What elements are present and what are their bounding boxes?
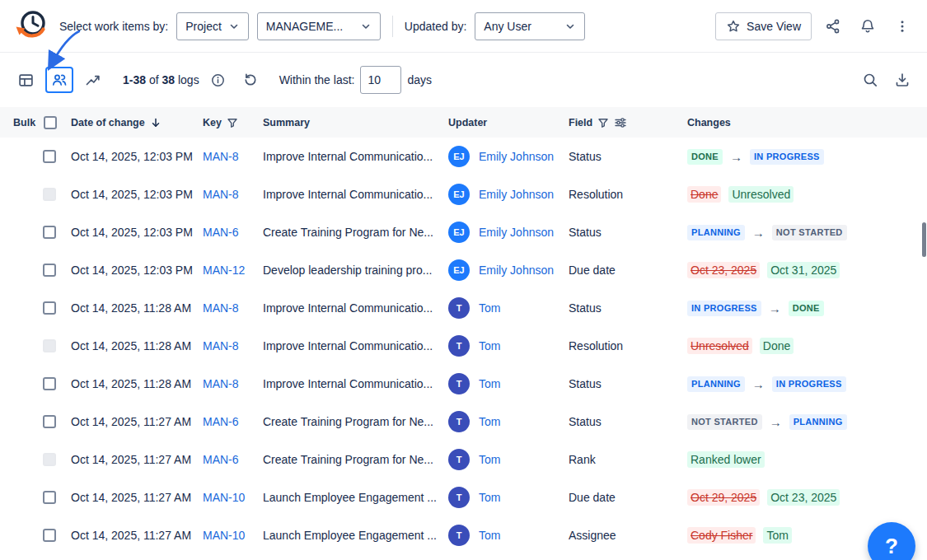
row-field: Resolution <box>569 339 687 352</box>
row-checkbox[interactable] <box>43 377 56 390</box>
notifications-button[interactable] <box>854 13 881 40</box>
status-badge: DONE <box>687 149 723 165</box>
row-checkbox[interactable] <box>43 453 56 466</box>
table-row: Oct 14, 2025, 11:27 AM MAN-10 Launch Emp… <box>0 478 927 516</box>
row-field: Due date <box>569 264 687 277</box>
row-checkbox[interactable] <box>43 339 56 352</box>
updater-name-link[interactable]: Tom <box>479 529 500 542</box>
updater-name-link[interactable]: Emily Johnson <box>479 264 554 277</box>
work-item-key-link[interactable]: MAN-8 <box>203 150 239 163</box>
old-value: Unresolved <box>687 338 752 354</box>
share-icon <box>825 18 841 35</box>
toolbar: 1-38 of 38 logs Within the last: days <box>0 53 927 107</box>
status-badge: IN PROGRESS <box>687 301 761 316</box>
updater-name-link[interactable]: Emily Johnson <box>479 150 554 163</box>
project-select-dropdown[interactable]: MANAGEME... <box>257 12 381 40</box>
work-item-key-link[interactable]: MAN-8 <box>203 377 239 390</box>
updater-name-link[interactable]: Tom <box>479 339 500 352</box>
sort-desc-icon[interactable] <box>150 117 162 128</box>
status-badge: PLANNING <box>687 225 745 240</box>
people-view-button[interactable] <box>45 67 73 93</box>
field-filter-icon[interactable] <box>597 117 609 128</box>
col-key-label: Key <box>203 117 222 128</box>
updater-name-link[interactable]: Emily Johnson <box>479 226 554 239</box>
row-checkbox[interactable] <box>43 529 56 542</box>
search-button[interactable] <box>857 67 883 93</box>
table-row: Oct 14, 2025, 11:27 AM MAN-10 Launch Emp… <box>0 516 927 554</box>
table-row: Oct 14, 2025, 11:28 AM MAN-8 Improve Int… <box>0 289 927 327</box>
chevron-down-icon <box>564 21 576 32</box>
save-view-button[interactable]: Save View <box>715 12 812 40</box>
updater-avatar: EJ <box>448 146 470 167</box>
row-changes: PLANNING→NOT STARTED <box>687 225 914 240</box>
share-button[interactable] <box>820 13 846 40</box>
row-field: Resolution <box>569 188 687 201</box>
work-item-key-link[interactable]: MAN-10 <box>203 529 245 542</box>
row-checkbox[interactable] <box>43 226 56 239</box>
row-changes: Ranked lower <box>687 451 914 468</box>
filter-settings-icon[interactable] <box>614 116 627 129</box>
row-changes: DONE→IN PROGRESS <box>687 149 914 165</box>
refresh-button[interactable] <box>237 67 264 93</box>
trend-view-icon <box>85 72 101 88</box>
within-days-input[interactable] <box>360 66 401 94</box>
row-checkbox[interactable] <box>43 491 56 504</box>
project-type-dropdown[interactable]: Project <box>176 12 249 40</box>
vertical-scrollbar[interactable] <box>922 222 926 257</box>
more-menu-button[interactable] <box>889 13 915 40</box>
updater-name-link[interactable]: Emily Johnson <box>479 188 554 201</box>
table-view-button[interactable] <box>12 67 40 93</box>
updated-by-dropdown[interactable]: Any User <box>475 12 585 40</box>
updater-name-link[interactable]: Tom <box>479 377 500 390</box>
table-row: Oct 14, 2025, 11:28 AM MAN-8 Improve Int… <box>0 365 927 403</box>
key-filter-icon[interactable] <box>227 117 238 128</box>
row-checkbox[interactable] <box>43 264 56 277</box>
row-field: Status <box>569 377 687 390</box>
work-item-key-link[interactable]: MAN-6 <box>203 226 239 239</box>
row-summary: Launch Employee Engagement ... <box>263 529 448 542</box>
row-checkbox[interactable] <box>43 415 56 428</box>
updater-avatar: T <box>448 373 470 394</box>
updater-name-link[interactable]: Tom <box>479 453 500 466</box>
work-item-key-link[interactable]: MAN-8 <box>203 188 239 201</box>
new-value: Oct 23, 2025 <box>767 489 840 506</box>
updater-avatar: EJ <box>448 259 470 281</box>
people-view-icon <box>51 72 68 88</box>
row-changes: Oct 23, 2025Oct 31, 2025 <box>687 262 914 278</box>
status-badge: PLANNING <box>687 376 745 392</box>
work-item-key-link[interactable]: MAN-6 <box>203 415 239 428</box>
row-checkbox[interactable] <box>43 301 56 315</box>
work-item-key-link[interactable]: MAN-10 <box>203 491 245 504</box>
within-last-label: Within the last: <box>279 73 355 86</box>
table-row: Oct 14, 2025, 12:03 PM MAN-6 Create Trai… <box>0 213 927 251</box>
change-arrow-icon: → <box>770 416 782 428</box>
count-info-button[interactable] <box>205 67 232 93</box>
updater-name-link[interactable]: Tom <box>479 491 500 504</box>
row-summary: Create Training Program for Ne... <box>263 226 448 239</box>
table-row: Oct 14, 2025, 12:03 PM MAN-8 Improve Int… <box>0 138 927 175</box>
row-field: Status <box>569 150 687 163</box>
updater-avatar: T <box>448 335 470 357</box>
old-value: Done <box>687 186 721 203</box>
updater-name-link[interactable]: Tom <box>479 301 500 315</box>
status-badge: DONE <box>789 301 824 316</box>
work-item-key-link[interactable]: MAN-6 <box>203 453 239 466</box>
col-summary-label: Summary <box>263 117 310 128</box>
old-value: Oct 23, 2025 <box>687 262 760 278</box>
download-button[interactable] <box>889 67 915 93</box>
work-item-key-link[interactable]: MAN-12 <box>203 264 245 277</box>
select-all-checkbox[interactable] <box>44 116 57 129</box>
trend-view-button[interactable] <box>79 67 107 93</box>
work-item-key-link[interactable]: MAN-8 <box>203 339 239 352</box>
row-checkbox[interactable] <box>43 188 56 201</box>
row-summary: Launch Employee Engagement ... <box>263 491 448 504</box>
table-row: Oct 14, 2025, 11:27 AM MAN-6 Create Trai… <box>0 441 927 478</box>
work-item-key-link[interactable]: MAN-8 <box>203 301 239 315</box>
row-field: Status <box>569 301 687 315</box>
row-summary: Improve Internal Communicatio... <box>263 150 448 163</box>
row-date: Oct 14, 2025, 11:28 AM <box>71 339 203 352</box>
row-changes: Oct 29, 2025Oct 23, 2025 <box>687 489 914 506</box>
row-checkbox[interactable] <box>43 150 56 163</box>
table-body: Oct 14, 2025, 12:03 PM MAN-8 Improve Int… <box>0 138 927 554</box>
updater-name-link[interactable]: Tom <box>479 415 500 428</box>
